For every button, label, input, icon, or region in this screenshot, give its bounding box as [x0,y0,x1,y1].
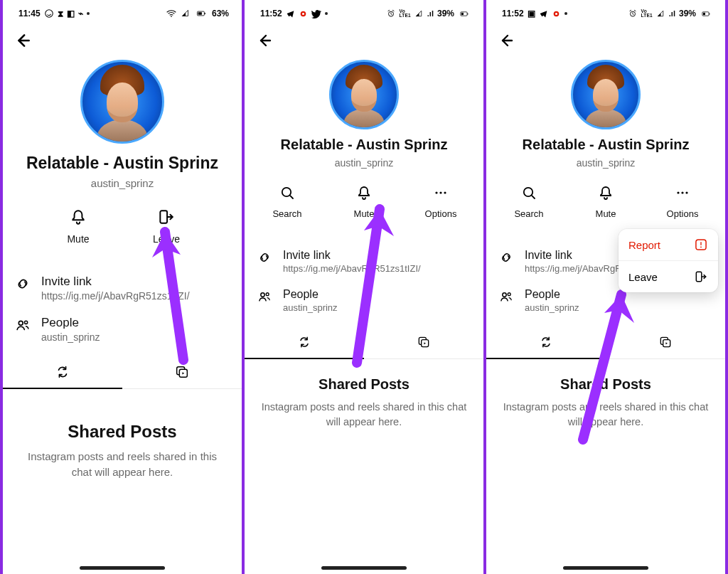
options-action[interactable]: Options [419,184,462,219]
telegram-icon [539,9,548,18]
more-icon [432,184,449,201]
battery-text: 39% [679,9,696,18]
invite-link-row[interactable]: Invite link https://ig.me/j/AbavRgR51zs1… [3,267,242,309]
media-icon [417,335,431,349]
shared-posts-body: Instagram posts and reels shared in this… [502,400,710,430]
tab-media[interactable] [364,326,483,358]
tab-media[interactable] [122,356,242,388]
invite-link-url: https://ig.me/j/AbavRgR51zs1tIZI/ [283,263,421,274]
shared-posts-heading: Shared Posts [502,376,710,393]
status-icon: ⧗ [58,9,63,18]
mute-action[interactable]: Mute [584,184,627,219]
alarm-icon [386,9,396,18]
search-action[interactable]: Search [266,184,309,219]
lte-icon: VoLTE1 [400,9,411,18]
alarm-icon [628,9,638,18]
status-icon: ⌁ [78,9,83,18]
link-icon [257,250,272,265]
invite-link-label: Invite link [525,249,627,262]
bell-icon [355,184,373,201]
telegram-icon [286,9,295,18]
bell-icon [597,184,614,201]
status-icon: ◧ [67,9,75,18]
signal-icon [181,9,191,18]
status-bar: 11:52 VoLTE1 .ıl 39% [245,0,483,24]
media-icon [174,364,190,380]
lte-icon: VoLTE1 [641,9,653,18]
signal-text: .ıl [427,9,434,18]
menu-report-label: Report [628,239,660,251]
report-icon [694,238,708,252]
gesture-bar [80,566,165,570]
svg-rect-24 [302,13,304,15]
back-button[interactable] [492,26,520,55]
battery-icon [700,9,712,18]
search-action[interactable]: Search [508,184,550,219]
leave-label: Leave [153,233,180,245]
shared-posts-heading: Shared Posts [260,376,468,393]
search-label: Search [514,208,543,219]
people-label: People [41,316,100,330]
shared-posts-body: Instagram posts and reels shared in this… [260,400,468,430]
battery-text: 39% [437,9,454,18]
battery-text: 63% [212,9,229,18]
more-icon [674,184,691,201]
wifi-icon [166,8,177,19]
chat-username: austin_sprinz [335,157,394,169]
avatar[interactable] [571,60,641,129]
people-icon [257,289,272,304]
chat-title: Relatable - Austin Sprinz [281,137,448,153]
info-rows: Invite link https://ig.me/j/AbavRgR51zs1… [245,242,483,320]
gesture-bar [321,566,407,570]
invite-link-url: https://ig.me/j/AbavRgR5 [525,263,627,274]
tab-media[interactable] [606,326,725,358]
media-icon [658,335,673,349]
back-button[interactable] [250,26,279,55]
options-action[interactable]: Options [661,184,704,219]
search-label: Search [272,208,301,219]
signal-text: .ıl [669,9,675,18]
arrow-left-icon [256,32,273,49]
arrow-left-icon [14,31,32,50]
options-menu: Report Leave [619,229,718,292]
signal-icon [414,9,424,18]
link-icon [499,250,513,265]
tab-shared-posts[interactable] [3,356,122,388]
chat-title: Relatable - Austin Sprinz [26,154,218,173]
chat-username: austin_sprinz [577,157,636,169]
back-button[interactable] [9,26,37,55]
leave-icon [157,208,176,226]
bell-icon [69,208,87,226]
people-row[interactable]: People austin_sprinz [3,309,242,350]
arrow-left-icon [498,32,515,49]
people-row[interactable]: People austin_sprinz [245,281,483,320]
gallery-icon: ▣ [528,9,535,18]
invite-link-label: Invite link [283,249,421,262]
tab-shared-posts[interactable] [245,326,364,358]
avatar[interactable] [329,60,399,129]
people-label: People [283,288,338,301]
status-more-icon [564,12,567,15]
leave-action[interactable]: Leave [145,208,188,245]
menu-report[interactable]: Report [619,229,718,260]
battery-icon [194,9,208,18]
record-icon [299,9,308,18]
people-value: austin_sprinz [525,302,579,313]
people-icon [499,289,513,304]
mute-action[interactable]: Mute [343,184,385,219]
tab-shared-posts[interactable] [486,326,606,358]
status-time: 11:52 [502,9,524,18]
mute-action[interactable]: Mute [57,208,100,245]
search-icon [279,184,296,201]
signal-icon [656,9,665,18]
refresh-icon [297,335,311,349]
link-icon [15,276,31,292]
invite-link-label: Invite link [41,275,190,289]
people-value: austin_sprinz [283,302,338,313]
menu-leave[interactable]: Leave [619,261,718,292]
invite-link-row[interactable]: Invite link https://ig.me/j/AbavRgR51zs1… [245,242,483,281]
people-label: People [525,288,579,301]
svg-point-22 [45,10,53,18]
mute-label: Mute [354,208,375,219]
avatar[interactable] [80,60,164,144]
